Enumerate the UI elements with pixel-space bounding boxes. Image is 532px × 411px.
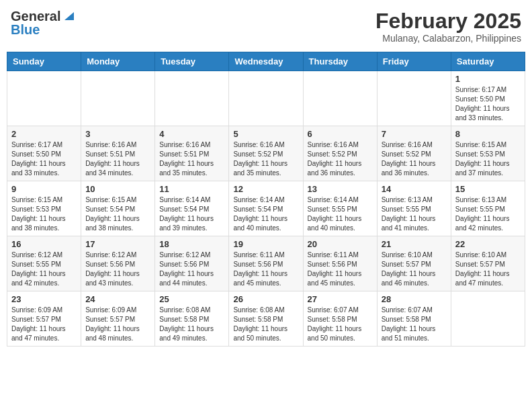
day-info: Sunrise: 6:17 AM Sunset: 5:50 PM Dayligh… [455, 85, 521, 123]
day-number: 28 [382, 294, 447, 304]
calendar-cell: 23Sunrise: 6:09 AM Sunset: 5:57 PM Dayli… [7, 291, 81, 347]
calendar-cell: 5Sunrise: 6:16 AM Sunset: 5:52 PM Daylig… [229, 126, 303, 181]
day-number: 9 [11, 184, 77, 194]
calendar-cell: 22Sunrise: 6:10 AM Sunset: 5:57 PM Dayli… [451, 236, 525, 291]
day-info: Sunrise: 6:16 AM Sunset: 5:52 PM Dayligh… [233, 140, 298, 178]
calendar-cell: 17Sunrise: 6:12 AM Sunset: 5:56 PM Dayli… [81, 236, 155, 291]
day-number: 6 [308, 129, 373, 139]
calendar-cell: 8Sunrise: 6:15 AM Sunset: 5:53 PM Daylig… [451, 126, 525, 181]
month-title: February 2025 [375, 9, 521, 33]
calendar-cell: 28Sunrise: 6:07 AM Sunset: 5:58 PM Dayli… [377, 291, 451, 347]
calendar-cell [7, 71, 81, 126]
day-number: 14 [382, 184, 447, 194]
day-info: Sunrise: 6:17 AM Sunset: 5:50 PM Dayligh… [11, 140, 77, 178]
day-info: Sunrise: 6:08 AM Sunset: 5:58 PM Dayligh… [233, 306, 298, 343]
calendar-cell: 13Sunrise: 6:14 AM Sunset: 5:55 PM Dayli… [303, 181, 377, 236]
calendar-cell: 14Sunrise: 6:13 AM Sunset: 5:55 PM Dayli… [377, 181, 451, 236]
day-info: Sunrise: 6:16 AM Sunset: 5:52 PM Dayligh… [308, 140, 373, 178]
title-block: February 2025 Mulanay, Calabarzon, Phili… [375, 9, 521, 44]
calendar-week-row: 23Sunrise: 6:09 AM Sunset: 5:57 PM Dayli… [7, 291, 525, 347]
day-info: Sunrise: 6:16 AM Sunset: 5:51 PM Dayligh… [85, 140, 150, 178]
calendar-week-row: 2Sunrise: 6:17 AM Sunset: 5:50 PM Daylig… [7, 126, 525, 181]
day-info: Sunrise: 6:12 AM Sunset: 5:56 PM Dayligh… [85, 250, 150, 288]
calendar-cell: 1Sunrise: 6:17 AM Sunset: 5:50 PM Daylig… [451, 71, 525, 126]
day-number: 17 [85, 239, 150, 249]
column-header-friday: Friday [377, 52, 451, 71]
logo-blue: Blue [11, 23, 40, 36]
day-info: Sunrise: 6:07 AM Sunset: 5:58 PM Dayligh… [382, 306, 447, 343]
day-info: Sunrise: 6:09 AM Sunset: 5:57 PM Dayligh… [85, 306, 150, 343]
calendar-cell [155, 71, 229, 126]
column-header-wednesday: Wednesday [229, 52, 303, 71]
column-header-saturday: Saturday [451, 52, 525, 71]
day-number: 5 [233, 129, 298, 139]
day-number: 13 [308, 184, 373, 194]
day-info: Sunrise: 6:10 AM Sunset: 5:57 PM Dayligh… [455, 250, 521, 288]
day-info: Sunrise: 6:07 AM Sunset: 5:58 PM Dayligh… [308, 306, 373, 343]
day-info: Sunrise: 6:14 AM Sunset: 5:54 PM Dayligh… [159, 195, 224, 233]
column-header-thursday: Thursday [303, 52, 377, 71]
calendar-cell: 16Sunrise: 6:12 AM Sunset: 5:55 PM Dayli… [7, 236, 81, 291]
day-info: Sunrise: 6:11 AM Sunset: 5:56 PM Dayligh… [233, 250, 298, 288]
day-number: 1 [455, 74, 521, 84]
day-info: Sunrise: 6:15 AM Sunset: 5:54 PM Dayligh… [85, 195, 150, 233]
calendar-table: SundayMondayTuesdayWednesdayThursdayFrid… [7, 52, 525, 347]
calendar-cell: 11Sunrise: 6:14 AM Sunset: 5:54 PM Dayli… [155, 181, 229, 236]
calendar-cell: 2Sunrise: 6:17 AM Sunset: 5:50 PM Daylig… [7, 126, 81, 181]
calendar-cell [377, 71, 451, 126]
day-info: Sunrise: 6:12 AM Sunset: 5:56 PM Dayligh… [159, 250, 224, 288]
day-info: Sunrise: 6:10 AM Sunset: 5:57 PM Dayligh… [382, 250, 447, 288]
day-number: 7 [382, 129, 447, 139]
calendar-cell: 21Sunrise: 6:10 AM Sunset: 5:57 PM Dayli… [377, 236, 451, 291]
calendar-cell: 18Sunrise: 6:12 AM Sunset: 5:56 PM Dayli… [155, 236, 229, 291]
day-info: Sunrise: 6:16 AM Sunset: 5:52 PM Dayligh… [382, 140, 447, 178]
logo-general: General [11, 9, 60, 23]
day-info: Sunrise: 6:11 AM Sunset: 5:56 PM Dayligh… [308, 250, 373, 288]
calendar-week-row: 16Sunrise: 6:12 AM Sunset: 5:55 PM Dayli… [7, 236, 525, 291]
calendar-cell: 3Sunrise: 6:16 AM Sunset: 5:51 PM Daylig… [81, 126, 155, 181]
day-info: Sunrise: 6:08 AM Sunset: 5:58 PM Dayligh… [159, 306, 224, 343]
day-info: Sunrise: 6:14 AM Sunset: 5:55 PM Dayligh… [308, 195, 373, 233]
column-header-tuesday: Tuesday [155, 52, 229, 71]
calendar-cell [81, 71, 155, 126]
day-number: 23 [11, 294, 77, 304]
calendar-cell: 6Sunrise: 6:16 AM Sunset: 5:52 PM Daylig… [303, 126, 377, 181]
calendar-cell: 7Sunrise: 6:16 AM Sunset: 5:52 PM Daylig… [377, 126, 451, 181]
location: Mulanay, Calabarzon, Philippines [375, 33, 521, 44]
day-number: 16 [11, 239, 77, 249]
calendar-cell: 27Sunrise: 6:07 AM Sunset: 5:58 PM Dayli… [303, 291, 377, 347]
calendar-header-row: SundayMondayTuesdayWednesdayThursdayFrid… [7, 52, 525, 71]
day-number: 15 [455, 184, 521, 194]
logo-icon [62, 9, 74, 21]
day-number: 8 [455, 129, 521, 139]
calendar-cell: 10Sunrise: 6:15 AM Sunset: 5:54 PM Dayli… [81, 181, 155, 236]
day-number: 18 [159, 239, 224, 249]
day-number: 20 [308, 239, 373, 249]
calendar-cell: 26Sunrise: 6:08 AM Sunset: 5:58 PM Dayli… [229, 291, 303, 347]
calendar-cell: 12Sunrise: 6:14 AM Sunset: 5:54 PM Dayli… [229, 181, 303, 236]
day-number: 22 [455, 239, 521, 249]
calendar-cell: 20Sunrise: 6:11 AM Sunset: 5:56 PM Dayli… [303, 236, 377, 291]
day-number: 2 [11, 129, 77, 139]
day-number: 11 [159, 184, 224, 194]
page-header: General Blue February 2025 Mulanay, Cala… [7, 7, 525, 46]
day-info: Sunrise: 6:14 AM Sunset: 5:54 PM Dayligh… [233, 195, 298, 233]
day-number: 27 [308, 294, 373, 304]
column-header-sunday: Sunday [7, 52, 81, 71]
calendar-cell [229, 71, 303, 126]
day-number: 10 [85, 184, 150, 194]
day-info: Sunrise: 6:16 AM Sunset: 5:51 PM Dayligh… [159, 140, 224, 178]
calendar-cell: 25Sunrise: 6:08 AM Sunset: 5:58 PM Dayli… [155, 291, 229, 347]
day-info: Sunrise: 6:12 AM Sunset: 5:55 PM Dayligh… [11, 250, 77, 288]
calendar-cell [303, 71, 377, 126]
day-number: 19 [233, 239, 298, 249]
day-number: 3 [85, 129, 150, 139]
day-info: Sunrise: 6:13 AM Sunset: 5:55 PM Dayligh… [382, 195, 447, 233]
calendar-cell [451, 291, 525, 347]
calendar-cell: 15Sunrise: 6:13 AM Sunset: 5:55 PM Dayli… [451, 181, 525, 236]
calendar-cell: 9Sunrise: 6:15 AM Sunset: 5:53 PM Daylig… [7, 181, 81, 236]
day-number: 24 [85, 294, 150, 304]
day-info: Sunrise: 6:13 AM Sunset: 5:55 PM Dayligh… [455, 195, 521, 233]
logo: General Blue [11, 9, 74, 36]
calendar-cell: 24Sunrise: 6:09 AM Sunset: 5:57 PM Dayli… [81, 291, 155, 347]
